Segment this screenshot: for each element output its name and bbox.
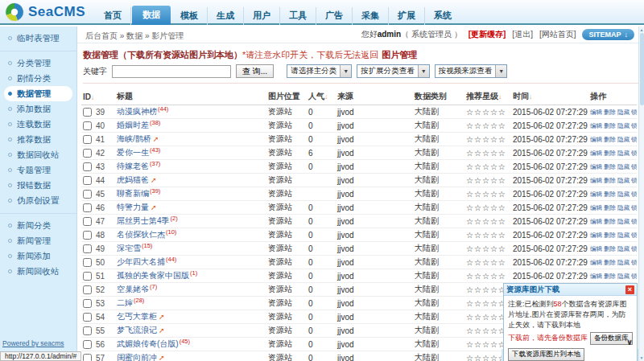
row-checkbox[interactable] [83,258,92,267]
hide-link[interactable]: 隐藏 [617,259,630,266]
title-link[interactable]: 二婶 [117,299,133,308]
title-link[interactable]: 待嫁老爸 [117,162,149,171]
lock-link[interactable]: 锁定 [631,245,637,252]
hide-link[interactable]: 隐藏 [617,109,630,116]
sort-desc-icon[interactable]: ↓ [498,93,502,101]
nav-tab-4[interactable]: 用户 [244,7,280,25]
nav-tab-1[interactable]: 数据 [132,6,171,25]
hide-link[interactable]: 隐藏 [617,177,630,184]
sidebar-item[interactable]: 新闻管理 [0,233,76,248]
title-link[interactable]: 少年四大名捕 [117,258,165,267]
column-header[interactable]: 人气↓ [307,88,336,105]
title-link[interactable]: 屌丝男士第4季 [117,217,170,226]
row-checkbox[interactable] [83,244,92,253]
sort-desc-icon[interactable]: ↓ [91,94,94,101]
delete-link[interactable]: 删除 [604,232,616,239]
row-checkbox[interactable] [83,108,92,117]
query-button[interactable]: 查 询... [236,64,274,78]
powered-by-link[interactable]: Powered by seacms [2,339,64,347]
nav-tab-2[interactable]: 模板 [171,7,208,25]
sidebar-item[interactable]: 新闻回收站 [0,264,76,279]
edit-link[interactable]: 编辑 [590,245,602,252]
row-checkbox[interactable] [83,354,92,361]
hide-link[interactable]: 隐藏 [617,232,630,239]
title-link[interactable]: 空巢姥爷 [117,285,149,294]
row-checkbox[interactable] [83,149,92,158]
title-link[interactable]: 特警力量 [117,203,149,211]
title-link[interactable]: 名侦探狄仁杰 [117,231,165,240]
image-manage-link[interactable]: 图片管理 [382,50,417,59]
edit-link[interactable]: 编辑 [590,191,602,198]
row-checkbox[interactable] [83,272,92,281]
edit-link[interactable]: 编辑 [590,273,602,280]
nav-tab-7[interactable]: 采集 [353,7,389,25]
sidebar-item[interactable]: 伪原创设置 [0,193,76,208]
title-link[interactable]: 深宅雪 [117,244,141,253]
lock-link[interactable]: 锁定 [631,191,637,198]
keyword-input[interactable] [112,65,231,78]
lock-link[interactable]: 锁定 [631,273,637,280]
delete-link[interactable]: 删除 [604,122,616,129]
row-checkbox[interactable] [83,217,92,226]
chevron-down-icon[interactable]: ∨ [626,338,633,347]
nav-tab-3[interactable]: 生成 [208,7,244,25]
nav-tab-6[interactable]: 广告 [316,7,353,25]
lock-link[interactable]: 锁定 [631,109,637,116]
column-header[interactable]: 时间↓ [511,88,588,105]
scroll-up-icon[interactable]: ▲ [639,27,644,32]
title-link[interactable]: 乞丐大掌柜 [117,312,157,321]
download-images-button[interactable]: 下载资源库图片到本地 [508,348,584,361]
lock-link[interactable]: 锁定 [631,232,637,239]
sidebar-item[interactable]: 推荐数据 [0,132,76,147]
row-checkbox[interactable] [83,313,92,322]
row-checkbox[interactable] [83,231,92,240]
sidebar-item[interactable]: 新闻添加 [0,248,76,264]
hide-link[interactable]: 隐藏 [617,245,630,252]
edit-link[interactable]: 编辑 [590,204,602,211]
lock-link[interactable]: 锁定 [631,163,637,170]
row-checkbox[interactable] [83,176,92,185]
sidebar-item[interactable]: 连载数据 [0,117,76,132]
lock-link[interactable]: 锁定 [631,218,637,225]
lock-link[interactable]: 锁定 [631,177,637,184]
hide-link[interactable]: 隐藏 [617,122,630,129]
select-video-source[interactable]: 按视频来源查看 ▼ [435,64,508,78]
edit-link[interactable]: 编辑 [590,136,602,143]
delete-link[interactable]: 删除 [604,204,616,211]
lock-link[interactable]: 锁定 [631,150,637,157]
title-link[interactable]: 婚姻时差 [117,121,149,130]
title-link[interactable]: 动漫疯神榜 [117,108,157,117]
sidebar-item[interactable]: 剧情分类 [0,71,76,86]
update-cache-link[interactable]: [更新缓存] [469,29,506,40]
hide-link[interactable]: 隐藏 [617,204,630,211]
sort-desc-icon[interactable]: ↓ [529,93,532,101]
title-link[interactable]: 武媚娘传奇(台版) [117,340,179,349]
nav-tab-8[interactable]: 扩展 [389,7,425,25]
lock-link[interactable]: 锁定 [631,259,637,266]
delete-link[interactable]: 删除 [604,150,616,157]
nav-tab-5[interactable]: 工具 [280,7,316,25]
title-link[interactable]: 爱你一生 [117,149,149,158]
delete-link[interactable]: 删除 [604,136,616,143]
sidebar-item[interactable]: 临时表管理 [0,31,76,46]
sidebar-item[interactable]: 专题管理 [0,162,76,178]
sitemap-button[interactable]: SITEMAP↓ [582,29,634,40]
title-link[interactable]: 海峡/鹊桥 [117,134,151,143]
row-checkbox[interactable] [83,162,92,171]
delete-link[interactable]: 删除 [604,163,616,170]
row-checkbox[interactable] [83,340,92,349]
vertical-scrollbar[interactable]: ▲ ▼ [638,27,644,361]
edit-link[interactable]: 编辑 [590,150,602,157]
hide-link[interactable]: 隐藏 [617,273,630,280]
delete-link[interactable]: 删除 [604,218,616,225]
edit-link[interactable]: 编辑 [590,232,602,239]
title-link[interactable]: 聊斋新编 [117,190,149,199]
sidebar-item[interactable]: 新闻分类 [0,218,76,233]
sidebar-item[interactable]: 添加数据 [0,101,76,117]
edit-link[interactable]: 编辑 [590,218,602,225]
delete-link[interactable]: 删除 [604,109,616,116]
hide-link[interactable]: 隐藏 [617,150,630,157]
sidebar-item[interactable]: 报错数据 [0,178,76,193]
scrollbar-thumb[interactable] [640,33,644,105]
delete-link[interactable]: 删除 [604,273,616,280]
